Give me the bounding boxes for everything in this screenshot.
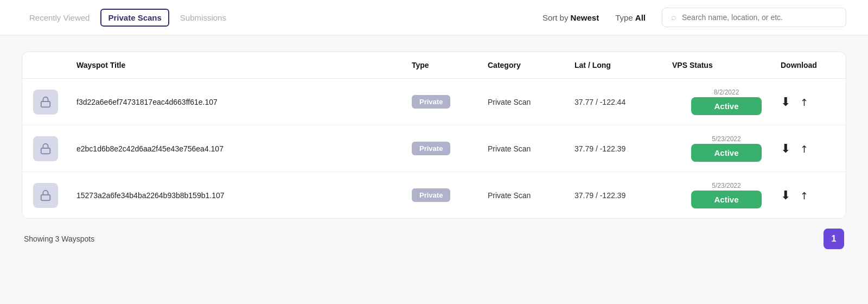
controls: Sort by Newest Type All ⌕ xyxy=(542,8,846,27)
tab-private-scans[interactable]: Private Scans xyxy=(100,9,169,27)
lock-icon xyxy=(40,189,52,201)
col-type: Type xyxy=(412,61,488,69)
lock-icon-wrapper xyxy=(33,90,58,115)
col-download: Download xyxy=(781,61,835,69)
col-latlong: Lat / Long xyxy=(575,61,672,69)
page-badge[interactable]: 1 xyxy=(824,229,844,249)
table-header: Wayspot Title Type Category Lat / Long V… xyxy=(22,52,846,79)
vps-date-3: 5/23/2022 xyxy=(712,182,741,189)
tab-recently-viewed[interactable]: Recently Viewed xyxy=(22,9,97,27)
download-cell-3: ⬇︎ ↗ xyxy=(781,188,835,202)
row-title-3: 15273a2a6fe34b4ba2264b93b8b159b1.107 xyxy=(76,191,412,200)
table-row: f3d22a6e6ef74731817eac4d663ff61e.107 Pri… xyxy=(22,79,846,125)
search-input[interactable] xyxy=(682,13,837,22)
category-1: Private Scan xyxy=(488,98,575,106)
col-title: Wayspot Title xyxy=(76,61,412,69)
category-2: Private Scan xyxy=(488,144,575,153)
sort-label[interactable]: Sort by Newest xyxy=(542,13,599,22)
download-cell-1: ⬇︎ ↗ xyxy=(781,95,835,109)
category-3: Private Scan xyxy=(488,191,575,200)
latlong-3: 37.79 / -122.39 xyxy=(575,191,672,200)
active-badge-2: Active xyxy=(691,144,762,162)
col-vps-status: VPS Status xyxy=(672,61,781,69)
active-badge-3: Active xyxy=(691,191,762,208)
tab-submissions[interactable]: Submissions xyxy=(173,9,234,27)
vps-date-1: 8/2/2022 xyxy=(714,88,739,96)
svg-rect-1 xyxy=(41,148,50,154)
type-label[interactable]: Type All xyxy=(615,13,646,22)
svg-rect-2 xyxy=(41,195,50,200)
search-icon: ⌕ xyxy=(671,12,676,22)
table-row: 15273a2a6fe34b4ba2264b93b8b159b1.107 Pri… xyxy=(22,172,846,218)
top-bar: Recently Viewed Private Scans Submission… xyxy=(0,0,868,35)
expand-icon-3[interactable]: ↗ xyxy=(797,188,811,202)
type-badge-1: Private xyxy=(412,95,450,109)
row-title-2: e2bc1d6b8e2c42d6aa2f45e43e756ea4.107 xyxy=(76,144,412,153)
vps-date-2: 5/23/2022 xyxy=(712,135,741,143)
active-badge-1: Active xyxy=(691,97,762,115)
row-title-1: f3d22a6e6ef74731817eac4d663ff61e.107 xyxy=(76,98,412,106)
table-row: e2bc1d6b8e2c42d6aa2f45e43e756ea4.107 Pri… xyxy=(22,125,846,172)
vps-status-cell-1: 8/2/2022 Active xyxy=(672,88,781,115)
showing-text: Showing 3 Wayspots xyxy=(24,235,94,243)
col-category: Category xyxy=(488,61,575,69)
search-box: ⌕ xyxy=(662,8,846,27)
footer-row: Showing 3 Wayspots 1 xyxy=(22,219,846,251)
type-badge-2: Private xyxy=(412,142,450,155)
main-content: Wayspot Title Type Category Lat / Long V… xyxy=(0,35,868,304)
download-icon-1[interactable]: ⬇︎ xyxy=(781,95,790,109)
download-cell-2: ⬇︎ ↗ xyxy=(781,142,835,156)
lock-icon-wrapper xyxy=(33,136,58,161)
download-icon-2[interactable]: ⬇︎ xyxy=(781,142,790,156)
expand-icon-1[interactable]: ↗ xyxy=(797,94,811,109)
lock-icon xyxy=(40,143,52,155)
svg-rect-0 xyxy=(41,102,50,107)
lock-icon xyxy=(40,96,52,108)
download-icon-3[interactable]: ⬇︎ xyxy=(781,188,790,202)
vps-status-cell-3: 5/23/2022 Active xyxy=(672,182,781,208)
latlong-1: 37.77 / -122.44 xyxy=(575,98,672,106)
expand-icon-2[interactable]: ↗ xyxy=(797,141,811,155)
lock-icon-wrapper xyxy=(33,183,58,208)
table-container: Wayspot Title Type Category Lat / Long V… xyxy=(22,52,846,219)
latlong-2: 37.79 / -122.39 xyxy=(575,144,672,153)
tab-group: Recently Viewed Private Scans Submission… xyxy=(22,9,234,27)
vps-status-cell-2: 5/23/2022 Active xyxy=(672,135,781,162)
type-badge-3: Private xyxy=(412,188,450,202)
